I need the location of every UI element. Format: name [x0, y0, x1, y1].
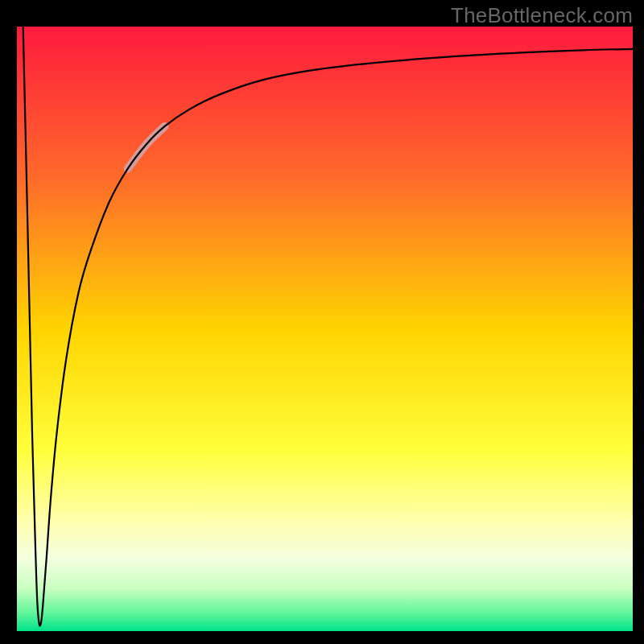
watermark-text: TheBottleneck.com	[451, 3, 633, 28]
plot-area	[17, 27, 633, 631]
gradient-background	[17, 27, 633, 631]
chart-frame: TheBottleneck.com	[0, 0, 644, 644]
bottleneck-chart	[17, 27, 633, 631]
